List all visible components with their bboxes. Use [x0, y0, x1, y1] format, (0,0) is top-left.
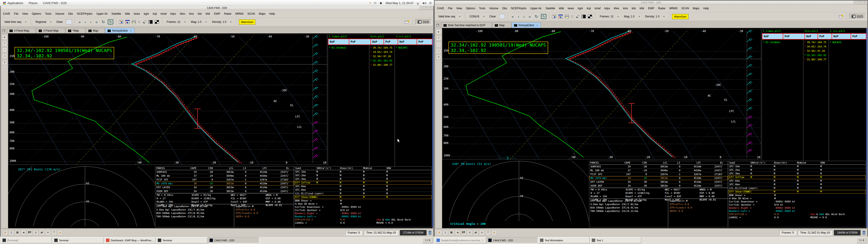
print-icon[interactable]	[565, 14, 569, 19]
frame-tool-icon[interactable]: □	[436, 48, 441, 53]
close-tab-icon[interactable]: ×	[536, 24, 538, 27]
restore-editor-icon[interactable]	[2, 29, 5, 32]
maximize-button[interactable]: □	[424, 6, 428, 10]
menu-item[interactable]: Volume	[55, 12, 64, 16]
time-options-icon[interactable]: ↻	[541, 14, 546, 19]
wings-icon[interactable]: »	[491, 230, 497, 236]
density-combo[interactable]: Density: 1.0▾	[210, 20, 233, 24]
shear-row[interactable]: SFC-6km MMM	[294, 185, 432, 188]
menu-item[interactable]: Options	[32, 12, 41, 16]
panel-layout-split-icon[interactable]	[155, 20, 159, 24]
shear-row[interactable]: Eff Inflow MMMM	[294, 181, 432, 185]
d2d-perspective-button[interactable]: D2D	[849, 14, 866, 19]
taskbar-item[interactable]: Terminal	[156, 237, 207, 243]
taskbar-item[interactable]: [hwtpln2chat@conference.nwschat…]	[435, 237, 486, 243]
menu-item[interactable]: kfdr	[640, 7, 644, 10]
shear-row[interactable]: Eff Shear(EBWD) MMM	[294, 195, 432, 199]
parcel-row[interactable]: EFF LAYER34-303053m04510m23471'	[589, 180, 728, 184]
parcel-row[interactable]: ML 100 mb37-293046m04436m23471'	[589, 169, 728, 172]
station-list-item[interactable]: *31.80/-100.77	[804, 58, 828, 61]
warngen-button[interactable]: WarnGen	[672, 14, 688, 19]
skewt-chart[interactable]: LCLLFCEL0C-20C -100-90-80-70-60-50-40-30…	[442, 29, 761, 159]
hodograph[interactable]: 6040 230° 99 Knots (51 m/s) Critical Ang…	[442, 161, 589, 227]
menu-item[interactable]: kdyx	[604, 7, 610, 10]
menu-item[interactable]: MRMS	[235, 12, 244, 16]
editor-tab[interactable]: ≈ Map	[86, 28, 105, 33]
options-tool-icon[interactable]: ≡	[436, 55, 441, 60]
image-combine-icon[interactable]	[119, 20, 123, 24]
menu-item[interactable]: EWP	[214, 12, 220, 16]
scale-combo[interactable]: CONUS▾	[468, 14, 486, 19]
clock[interactable]: Wed May 1, 21:34:47	[385, 1, 413, 5]
time-list-item[interactable]: *01.19(Wed)	[763, 41, 802, 44]
sort-mode-cell[interactable]: PvP	[851, 34, 866, 39]
menu-item[interactable]: klbb	[125, 12, 130, 16]
list-icon[interactable]: ≡	[467, 230, 472, 236]
pattern-swatch-button[interactable]	[499, 14, 505, 19]
menu-item[interactable]: kgrk	[578, 7, 583, 10]
sort-mode-cell[interactable]: NxP	[763, 34, 783, 39]
menu-item[interactable]: Upper Air	[530, 7, 541, 10]
first-frame-button[interactable]: «	[78, 20, 82, 24]
image-properties-icon[interactable]	[125, 20, 130, 24]
shear-row[interactable]: SFC-6km MMM	[728, 179, 866, 183]
menu-item[interactable]: File	[14, 12, 18, 16]
shear-row[interactable]: LCL-EL(Cloud Layer) MMM	[728, 186, 866, 190]
parcel-row[interactable]: FCST SFC24703267m-13267m27183'	[155, 178, 294, 182]
mail-icon[interactable]: ⊠	[449, 230, 454, 236]
menu-item[interactable]: Maps	[259, 12, 266, 16]
menu-item[interactable]: Upper Air	[96, 12, 107, 16]
image-combine-icon[interactable]	[552, 14, 557, 19]
menu-item[interactable]: File	[448, 7, 452, 10]
zoom-out-icon[interactable]: −	[2, 48, 7, 53]
parcel-row[interactable]: USER DEF34-303053m04510m23471'	[589, 184, 728, 188]
menu-item[interactable]: Radar	[658, 7, 665, 10]
loop-button[interactable]: ↻	[101, 20, 106, 24]
menu-item[interactable]: Help	[269, 12, 275, 16]
trash-icon[interactable]	[428, 231, 432, 235]
menu-item[interactable]: ksjt	[587, 7, 591, 10]
menu-item[interactable]: Satellite	[112, 12, 121, 16]
xchat-icon[interactable]: ×	[369, 1, 371, 4]
menu-item[interactable]: Obs	[502, 7, 507, 10]
crosshair-icon[interactable]: +	[45, 230, 51, 236]
source-list-item[interactable]: *NUCAPS	[396, 46, 432, 49]
pointer-tool-icon[interactable]: ▸	[2, 35, 7, 40]
menu-item[interactable]: Radar	[224, 12, 231, 16]
applications-menu[interactable]: Applications	[0, 0, 26, 6]
time-list-item[interactable]: *01.19(Wed)	[329, 46, 368, 49]
image-properties-icon[interactable]	[558, 14, 563, 19]
taskbar-item[interactable]: Text Workstation	[538, 237, 590, 243]
menu-item[interactable]: Tools	[479, 7, 485, 10]
taskbar-item[interactable]: Terminal	[53, 237, 104, 243]
panel-layout-left-icon[interactable]	[581, 14, 586, 19]
station-list-item[interactable]: *32.34/-102.92	[804, 54, 828, 57]
d2d-perspective-button[interactable]: D2D	[415, 19, 432, 25]
accessibility-icon[interactable]: ☻	[379, 1, 382, 4]
crosshair-icon[interactable]: +	[479, 230, 485, 236]
last-frame-button[interactable]: »	[94, 20, 98, 24]
menu-item[interactable]: kinx	[623, 7, 628, 10]
taskbar-item[interactable]: Dashboard ‹ EWP Blog — WordPres…	[104, 237, 156, 243]
pointer-tool-icon[interactable]: ▸	[436, 29, 441, 34]
menu-item[interactable]: NCEP/Hydro	[77, 12, 92, 16]
network-icon[interactable]: ╥	[416, 1, 419, 4]
editor-tab[interactable]: ≈ 5min Sat time matched to DCP	[441, 22, 492, 28]
shear-row[interactable]: SFC-3km MMMM	[294, 177, 432, 181]
menu-item[interactable]: kfws	[180, 12, 185, 16]
new-view-icon[interactable]	[839, 14, 844, 19]
menu-item[interactable]: kdyx	[170, 12, 176, 16]
station-list-item[interactable]: *39.74/-109.75	[804, 41, 828, 44]
frame-tool-icon[interactable]: □	[2, 54, 7, 59]
first-frame-button[interactable]: «	[510, 15, 515, 19]
speaker-icon[interactable]: ◄	[455, 230, 460, 236]
sort-mode-cell[interactable]: NxP	[398, 39, 416, 44]
scale-combo[interactable]: Regional▾	[34, 20, 53, 24]
shear-row[interactable]: SFC-1km MMMM	[728, 165, 866, 168]
restore-editor-icon[interactable]	[436, 24, 439, 26]
menu-item[interactable]: NCEP/Hydro	[511, 7, 526, 10]
menu-item[interactable]: kfws	[614, 7, 619, 10]
menu-item[interactable]: kfdr	[206, 12, 210, 16]
asterisk-icon[interactable]: *	[485, 230, 491, 236]
close-button[interactable]: ×	[863, 1, 867, 4]
